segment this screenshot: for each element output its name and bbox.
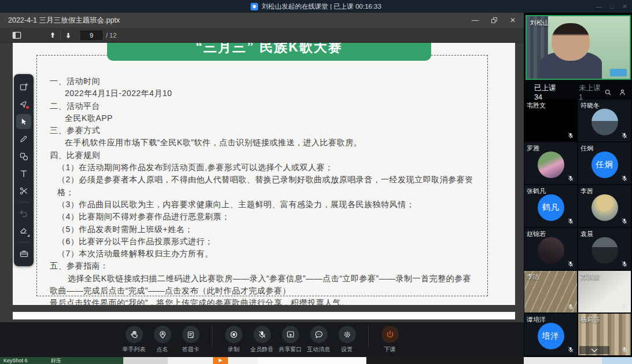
participant-name: 赵锦若 [527,230,546,238]
toolbox-button[interactable] [16,246,31,261]
page-number-input[interactable] [80,31,102,40]
select-tool-button[interactable] [16,114,31,129]
participant-name: 任炯 [580,144,593,153]
palette-divider [18,202,30,203]
participant-grid: 韦胜文 符晓冬 罗雅 任炯 任炯 鹤凡 张鹤凡 [524,100,632,357]
ppt-restore-button[interactable] [491,17,497,23]
chevron-down-icon [590,348,598,353]
answer-card-icon [186,330,195,339]
mic-muted-icon [258,330,267,339]
chat-messages-button[interactable]: 互动消息 [304,326,333,354]
toolbar-divider [212,326,212,347]
slide-canvas[interactable]: “三月三” 民族K歌大赛 一、活动时间 2022年4月1日-2022年4月10 … [0,43,524,322]
slide-title: “三月三” 民族K歌大赛 [107,43,431,56]
cut-tool-button[interactable] [16,183,31,198]
search-icon[interactable] [604,89,612,96]
haozip-label: 好压 [51,357,61,364]
page-down-button[interactable] [62,30,75,41]
roll-call-button[interactable]: 点名 [148,326,177,354]
maximize-button[interactable]: □ [610,3,614,10]
participant-name: 谭培洋 [527,315,546,324]
participant-tile[interactable]: 鹤凡 张鹤凡 [524,185,577,227]
add-board-button[interactable] [16,79,31,94]
avatar: 培洋 [538,323,564,350]
avatar [538,152,564,178]
toolbar-divider [368,326,369,347]
participant-name: 符晓冬 [580,101,600,110]
members-icon[interactable] [619,89,626,96]
scroll-down-button[interactable] [579,346,609,354]
participant-tile[interactable]: 李茜 [578,185,631,227]
mic-muted-icon [567,132,574,139]
record-button[interactable]: 录制 [219,326,248,354]
raise-hand-list-button[interactable]: 举手列表 [120,326,148,354]
participant-name: 李洁 [527,273,539,281]
nav-divider [60,31,61,39]
participant-tile[interactable]: 任炯 任炯 [578,142,631,184]
share-window-button[interactable]: 共享窗口 [276,326,304,354]
mute-all-button[interactable]: 全员静音 [248,326,276,354]
text-tool-button[interactable] [16,166,31,181]
teacher-video[interactable]: 刘松山 [526,15,631,80]
participant-tile[interactable]: 罗雅 [524,142,577,184]
participant-tile[interactable]: 赵锦若 [524,228,577,270]
close-button[interactable]: ✕ [622,3,627,10]
mic-muted-icon [621,132,628,139]
undo-button[interactable] [16,206,31,221]
classroom-toolbar: 举手列表 点名 答题卡 录制 全员静音 共享窗口 [0,322,524,357]
record-icon [229,330,238,339]
app-logo-icon [251,3,258,10]
mic-muted-icon [567,346,574,353]
mic-muted-icon [621,175,628,182]
thumbnail-panel-toggle[interactable] [10,30,23,41]
slide-line: 二、活动平台 [50,100,477,112]
participant-name: 杨莉莎 [580,315,600,324]
slide-line: （2）必须是参赛者本人原唱，不得由他人代替唱歌、替换已录制好歌曲或放原唱录音，一… [50,174,477,198]
ppt-close-button[interactable]: ✕ [510,16,516,24]
avatar-initials: 鹤凡 [542,203,560,213]
avatar [591,109,618,135]
participant-tile[interactable]: 培洋 谭培洋 [524,314,577,355]
participants-sidebar: 刘松山 已上课34 未上课1 韦胜文 符晓冬 罗雅 [524,13,632,357]
settings-button[interactable]: 设置 [333,326,361,354]
desktop-segment: KeyShot 6 好压 [0,357,123,364]
pen-tool-button[interactable] [16,131,31,146]
tab-attended[interactable]: 已上课34 [534,83,564,101]
ppt-minimize-button[interactable]: — [472,16,479,24]
next-slide-edge [13,312,515,319]
laser-pointer-button[interactable] [16,97,31,112]
eraser-dropdown-marker [27,234,30,237]
slide-title-banner: “三月三” 民族K歌大赛 [107,43,431,61]
ppt-nav-bar: / 12 [0,28,524,43]
mic-muted-icon [621,260,628,267]
slide-line: 最后点击软件界面的“我的”，将您上传完成的参赛歌曲进行分享，积攒投票人气。 [50,297,477,305]
end-class-button[interactable]: 下课 [376,326,404,354]
eraser-tool-button[interactable] [16,223,31,238]
shapes-tool-button[interactable] [16,149,31,164]
desktop-taskbar-strip: KeyShot 6 好压 ▶ [0,357,632,364]
participant-tile[interactable]: 袁晨 [578,228,631,270]
slide-line: 选择全民K歌链接或扫描二维码进入比赛歌房——录入“参赛信息”——点击“立即参赛”… [50,273,477,297]
slide-line: （3）作品曲目以民歌为主，内容要求健康向上、主题鲜明、富有感染力，展现各民族独特… [50,198,477,211]
shared-ppt-window: 2022-4-1 三月三放假主题班会.pptx — ✕ / 12 [0,13,524,357]
answer-card-button[interactable]: 答题卡 [177,326,205,354]
participant-name: 袁晨 [580,230,593,238]
desktop-segment [258,357,366,364]
participant-tile[interactable]: 李洁 [524,271,577,312]
chat-bubble-icon [314,330,324,339]
participant-tile[interactable]: 万洪喆 [578,271,631,312]
minimize-button[interactable]: — [596,3,602,10]
slide-line: 一、活动时间 [50,75,477,87]
teacher-video-person-head [552,23,590,61]
slide-line: 五、参赛指南： [50,260,477,272]
hand-icon [130,330,139,339]
page-up-button[interactable] [46,30,59,41]
participant-name: 罗雅 [527,144,539,153]
window-title: 刘松山发起的在线课堂 | 已上课 00:16:33 [262,2,381,11]
power-icon [385,330,395,339]
participant-name: 张鹤凡 [527,187,546,196]
slide-line: （7）本次活动最终解释权归主办方所有。 [50,248,477,260]
tab-not-attended[interactable]: 未上课1 [579,83,604,101]
participant-tile[interactable]: 韦胜文 [524,100,577,141]
participant-tile[interactable]: 符晓冬 [578,100,631,141]
